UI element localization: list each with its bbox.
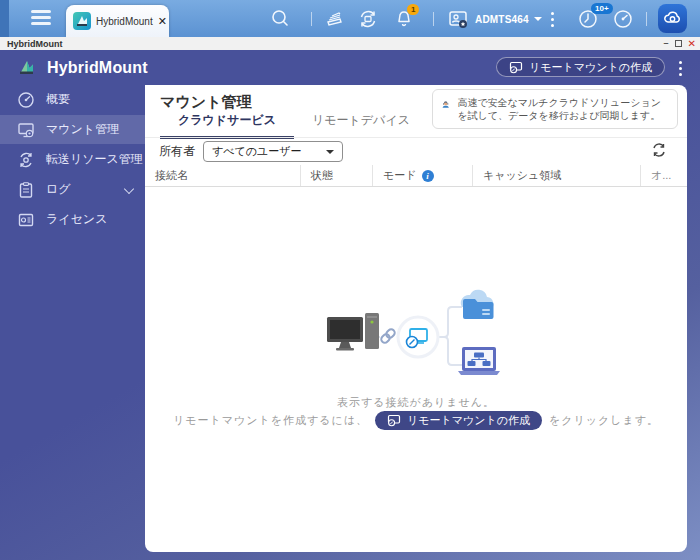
column-header-cache-area[interactable]: キャッシュ領域 — [472, 165, 640, 186]
column-header-options[interactable]: オ... — [640, 165, 687, 186]
sidebar-item-label: 概要 — [46, 91, 70, 108]
column-header-status[interactable]: 状態 — [300, 165, 372, 186]
link-icon — [380, 328, 396, 344]
mount-management-icon — [17, 121, 35, 139]
topbar-separator — [646, 12, 647, 26]
hybridmount-circle-graphic — [398, 317, 438, 357]
sidebar-item-license[interactable]: ライセンス — [0, 205, 145, 234]
hybridmount-logo-icon — [16, 57, 38, 79]
sidebar-item-log[interactable]: ログ — [0, 175, 145, 204]
topbar-separator — [433, 12, 434, 26]
window-close-icon[interactable]: ✕ — [688, 39, 696, 48]
create-hint-row: リモートマウントを作成するには、 リモートマウントの作成 をクリックします。 — [145, 411, 687, 430]
sidebar: 概要 マウント管理 転送リソース管理 — [0, 85, 145, 560]
user-menu[interactable]: ADMTS464 — [446, 6, 542, 32]
refresh-icon[interactable] — [650, 141, 668, 159]
user-caret-icon — [534, 17, 542, 21]
empty-state-illustration — [322, 285, 502, 390]
laptop-network-graphic — [458, 347, 500, 375]
hybridmount-app-icon — [73, 12, 91, 30]
overview-icon — [17, 91, 35, 109]
chevron-down-icon[interactable] — [124, 184, 134, 194]
window-minimize-icon[interactable]: – — [664, 39, 669, 48]
hybridmount-window: HybridMount リモートマウントの作成 概要 — [0, 50, 700, 560]
tab-cloud-services[interactable]: クラウドサービス — [160, 112, 294, 139]
owner-label: 所有者 — [159, 143, 195, 160]
mode-info-icon[interactable]: i — [422, 170, 434, 182]
main-menu-icon[interactable] — [31, 10, 51, 27]
remote-mount-icon — [509, 61, 523, 74]
table-header-row: 接続名 状態 モード i キャッシュ領域 オ... — [145, 165, 687, 187]
desktop-computer-graphic — [327, 313, 379, 351]
log-icon — [17, 181, 35, 199]
search-icon[interactable] — [269, 8, 291, 30]
promo-banner[interactable]: 高速で安全なマルチクラウドソリューションを試して、データを移行および同期します。 — [432, 89, 678, 129]
sidebar-item-label: マウント管理 — [46, 121, 119, 138]
sidebar-item-label: ライセンス — [46, 211, 107, 228]
topbar-separator — [311, 12, 312, 26]
dashboard-icon[interactable] — [612, 8, 634, 30]
cloud-folder-graphic — [461, 290, 494, 319]
window-maximize-icon[interactable] — [675, 40, 682, 47]
create-remote-mount-button-inline[interactable]: リモートマウントの作成 — [375, 411, 542, 430]
owner-dropdown-value: すべてのユーザー — [212, 144, 326, 159]
topbar-edge-strip — [0, 0, 9, 37]
app-title: HybridMount — [47, 59, 148, 77]
screen: HybridMount ✕ 1 — [0, 0, 700, 560]
column-header-connection-name[interactable]: 接続名 — [145, 165, 300, 186]
tab-close-icon[interactable]: ✕ — [158, 15, 167, 28]
create-remote-mount-inline-label: リモートマウントの作成 — [407, 413, 530, 428]
empty-state-message: 表示する接続がありません。 — [145, 395, 687, 410]
column-header-mode[interactable]: モード i — [372, 165, 472, 186]
sidebar-item-label: 転送リソース管理 — [46, 151, 143, 168]
tab-divider — [145, 137, 687, 138]
sidebar-item-transfer-resource[interactable]: 転送リソース管理 — [0, 145, 145, 174]
browser-topbar: HybridMount ✕ 1 — [0, 0, 700, 37]
resource-badge: 10+ — [591, 3, 613, 14]
app-more-icon[interactable] — [674, 58, 686, 78]
hint-suffix: をクリックします。 — [549, 413, 659, 428]
owner-filter: 所有者 すべてのユーザー — [159, 141, 343, 162]
sidebar-item-overview[interactable]: 概要 — [0, 85, 145, 114]
sidebar-item-label: ログ — [46, 181, 71, 198]
app-tab-hybridmount[interactable]: HybridMount ✕ — [66, 5, 169, 37]
tab-bar: クラウドサービス リモートデバイス — [160, 112, 428, 139]
page-title: マウント管理 — [160, 93, 251, 112]
user-profile-icon — [446, 7, 470, 31]
hint-prefix: リモートマウントを作成するには、 — [173, 413, 368, 428]
create-remote-mount-button[interactable]: リモートマウントの作成 — [496, 57, 665, 77]
create-remote-mount-label: リモートマウントの作成 — [529, 60, 652, 75]
window-titlebar: HybridMount – ✕ — [0, 37, 700, 50]
tab-remote-devices[interactable]: リモートデバイス — [294, 112, 428, 139]
notification-badge: 1 — [407, 4, 419, 15]
license-icon — [17, 211, 35, 229]
column-header-mode-label: モード — [383, 168, 417, 183]
support-agent-icon — [441, 96, 450, 114]
window-title: HybridMount — [7, 39, 63, 49]
promo-banner-text: 高速で安全なマルチクラウドソリューションを試して、データを移行および同期します。 — [457, 96, 669, 122]
dropdown-caret-icon — [326, 150, 334, 154]
topbar-more-icon[interactable] — [546, 9, 558, 29]
username-label: ADMTS464 — [475, 14, 529, 25]
app-header: HybridMount リモートマウントの作成 — [0, 50, 700, 85]
remote-mount-icon — [387, 414, 401, 427]
transfer-resource-icon — [17, 151, 35, 169]
myqnapcloud-icon[interactable] — [658, 4, 687, 33]
owner-dropdown[interactable]: すべてのユーザー — [203, 141, 343, 162]
background-tasks-icon[interactable] — [324, 8, 346, 30]
content-panel: マウント管理 高速で安全なマルチクラウドソリューションを試して、データを移行およ… — [145, 85, 687, 552]
external-device-sync-icon[interactable] — [357, 8, 379, 30]
sidebar-item-mount-management[interactable]: マウント管理 — [0, 115, 145, 144]
tab-title: HybridMount — [96, 16, 153, 27]
